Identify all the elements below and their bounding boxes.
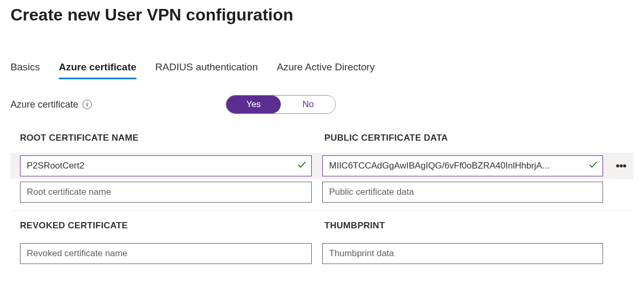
tab-azure-certificate[interactable]: Azure certificate	[59, 61, 136, 79]
azure-certificate-setting: Azure certificate i Yes No	[10, 95, 634, 114]
root-cert-empty-row	[10, 179, 634, 205]
thumbprint-header: Thumbprint	[324, 220, 634, 231]
toggle-no[interactable]: No	[281, 96, 335, 113]
public-cert-data-empty-input[interactable]	[322, 182, 603, 203]
public-cert-data-input[interactable]	[322, 155, 603, 176]
page-title: Create new User VPN configuration	[10, 5, 634, 25]
tab-azure-active-directory[interactable]: Azure Active Directory	[277, 61, 375, 79]
root-cert-name-input[interactable]	[20, 155, 312, 176]
azure-certificate-toggle[interactable]: Yes No	[226, 95, 336, 114]
tab-radius-authentication[interactable]: RADIUS authentication	[155, 61, 258, 79]
info-icon[interactable]: i	[82, 100, 92, 109]
thumbprint-input[interactable]	[322, 243, 603, 264]
root-cert-name-empty-input[interactable]	[20, 182, 312, 203]
revoked-cert-header: Revoked certificate	[20, 220, 312, 231]
ellipsis-icon: •••	[616, 159, 626, 173]
public-cert-data-header: Public certificate data	[324, 133, 634, 143]
root-cert-name-header: Root certificate name	[20, 133, 312, 143]
azure-certificate-label: Azure certificate	[10, 99, 78, 110]
section-divider	[10, 211, 634, 211]
tab-bar: Basics Azure certificate RADIUS authenti…	[10, 61, 634, 79]
revoked-cert-row	[10, 240, 634, 267]
more-options-button[interactable]: •••	[614, 155, 628, 176]
root-cert-row: •••	[10, 153, 634, 179]
revoked-cert-name-input[interactable]	[20, 243, 312, 264]
tab-basics[interactable]: Basics	[10, 61, 40, 79]
toggle-yes[interactable]: Yes	[226, 96, 281, 113]
